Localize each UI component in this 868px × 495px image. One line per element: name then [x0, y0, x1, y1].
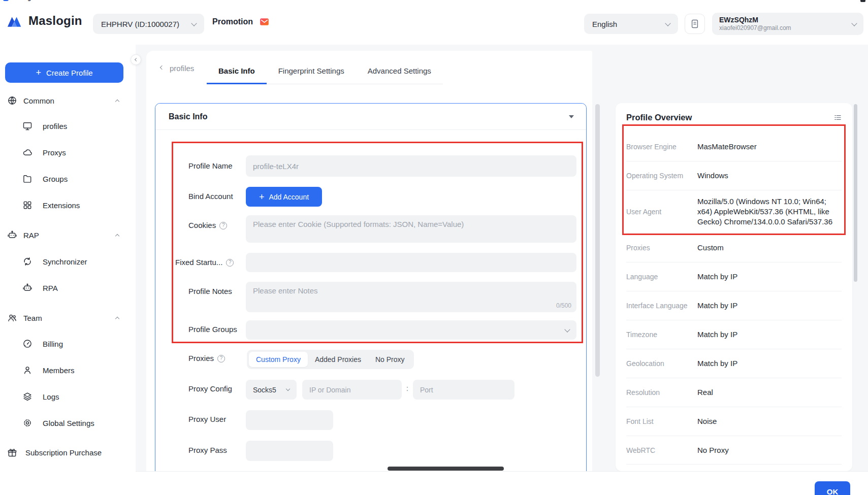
monitor-icon — [22, 121, 33, 131]
docs-button[interactable] — [685, 14, 705, 34]
overview-row: Geolocation Match by IP — [626, 349, 842, 378]
chevron-left-icon — [135, 58, 138, 61]
sidebar-section-rap[interactable]: RAP — [0, 228, 136, 242]
tab-basic-info[interactable]: Basic Info — [207, 59, 267, 84]
billing-icon — [22, 339, 33, 349]
cookies-label: Cookies ? — [188, 220, 227, 230]
collapse-sidebar-button[interactable] — [131, 54, 141, 65]
help-icon[interactable]: ? — [226, 259, 234, 267]
horizontal-scrollbar-thumb[interactable] — [388, 467, 504, 471]
sidebar-item-label: Global Settings — [43, 419, 94, 427]
overview-rows: Browser Engine MasMateBrowser Operating … — [616, 132, 852, 465]
proxy-ip-input[interactable] — [302, 380, 402, 400]
user-menu[interactable]: EWzSQhzM xiaofei020907@gmail.com — [712, 13, 863, 35]
notes-char-counter: 0/500 — [556, 302, 571, 309]
layers-icon — [22, 391, 33, 402]
footer-bar: OK — [136, 471, 868, 495]
chevron-up-icon — [115, 234, 119, 238]
profile-groups-select[interactable] — [246, 320, 576, 340]
proxies-label: Proxies ? — [188, 353, 225, 364]
add-account-button[interactable]: + Add Account — [246, 187, 322, 207]
overview-row: WebRTC No Proxy — [626, 436, 842, 465]
sidebar-item-logs[interactable]: Logs — [0, 390, 136, 403]
app-icon — [3, 0, 9, 1]
basic-info-card-header: Basic Info — [155, 104, 586, 130]
collapse-card-caret-icon[interactable] — [569, 115, 574, 118]
proxy-config-label: Proxy Config — [188, 384, 232, 394]
proxy-port-input[interactable] — [413, 380, 515, 400]
chevron-down-icon — [851, 20, 857, 26]
language-selector[interactable]: English — [584, 14, 678, 34]
chevron-down-icon — [665, 20, 670, 26]
promotion-label: Promotion — [212, 17, 253, 26]
cookies-textarea[interactable] — [246, 215, 576, 243]
help-icon[interactable]: ? — [217, 355, 225, 362]
add-account-label: Add Account — [269, 193, 309, 201]
user-name: EWzSQhzM — [719, 16, 852, 25]
help-icon[interactable]: ? — [219, 222, 227, 229]
sidebar-item-label: Logs — [43, 392, 59, 401]
sidebar-item-proxys[interactable]: Proxys — [0, 146, 136, 159]
tab-advanced-settings[interactable]: Advanced Settings — [356, 59, 443, 84]
sidebar-section-common[interactable]: Common — [0, 94, 136, 107]
window-control-fragment — [860, 0, 865, 2]
proxy-protocol-select[interactable]: Socks5 — [246, 380, 297, 400]
member-icon — [22, 365, 33, 375]
overview-header: Profile Overview — [616, 103, 852, 132]
user-email: xiaofei020907@gmail.com — [719, 24, 852, 32]
tab-bar: Basic Info Fingerprint Settings Advanced… — [207, 59, 443, 84]
chevron-down-icon — [191, 20, 197, 26]
sidebar-item-label: Proxys — [43, 148, 66, 157]
tab-fingerprint-settings[interactable]: Fingerprint Settings — [267, 59, 356, 84]
create-profile-button[interactable]: + Create Profile — [5, 62, 123, 83]
segment-option-custom-proxy[interactable]: Custom Proxy — [249, 352, 308, 367]
vertical-scrollbar-thumb[interactable] — [854, 104, 857, 282]
sidebar-item-label: Synchronizer — [43, 257, 87, 266]
overview-row: Interface Language Match by IP — [626, 291, 842, 320]
robot-icon — [22, 283, 33, 293]
ok-button[interactable]: OK — [815, 481, 850, 495]
back-to-profiles[interactable]: profiles — [160, 64, 194, 73]
sidebar-item-label: Members — [43, 366, 75, 375]
language-label: English — [592, 20, 617, 28]
sidebar-item-extensions[interactable]: Extensions — [0, 199, 136, 212]
basic-info-card: Basic Info Profile Name Bind Account + A… — [155, 103, 587, 471]
ip-port-separator: : — [406, 384, 408, 392]
workspace-label: EHPHRV (ID:1000027) — [101, 20, 179, 28]
cloud-icon — [22, 147, 33, 157]
sidebar-item-synchronizer[interactable]: Synchronizer — [0, 255, 136, 268]
sidebar-item-rpa[interactable]: RPA — [0, 281, 136, 294]
proxy-protocol-value: Socks5 — [253, 386, 276, 394]
sidebar-item-subscription-purchase[interactable]: Subscription Purchase — [0, 446, 136, 459]
fixed-startup-input[interactable] — [246, 253, 576, 272]
sidebar-item-members[interactable]: Members — [0, 364, 136, 377]
profile-overview-panel: Profile Overview Browser Engine MasMateB… — [616, 103, 852, 471]
sidebar-item-billing[interactable]: Billing — [0, 337, 136, 350]
robot-icon — [7, 230, 17, 240]
promotion-link[interactable]: Promotion — [212, 17, 270, 27]
main-content: profiles Basic Info Fingerprint Settings… — [146, 51, 592, 471]
sidebar-item-profiles[interactable]: profiles — [0, 119, 136, 133]
proxy-pass-input[interactable] — [246, 441, 333, 461]
topbar: Maslogin EHPHRV (ID:1000027) Promotion E… — [0, 0, 868, 45]
profile-name-input[interactable] — [246, 155, 576, 177]
profile-notes-textarea[interactable] — [246, 282, 576, 312]
vertical-scrollbar-thumb[interactable] — [595, 104, 600, 377]
sidebar-section-label: Common — [23, 96, 54, 105]
list-settings-icon[interactable] — [833, 113, 842, 122]
sidebar-item-global-settings[interactable]: Global Settings — [0, 416, 136, 430]
overview-row: Timezone Match by IP — [626, 320, 842, 349]
sidebar-item-groups[interactable]: Groups — [0, 172, 136, 185]
segment-option-no-proxy[interactable]: No Proxy — [368, 352, 412, 367]
proxy-user-label: Proxy User — [188, 414, 226, 424]
workspace-selector[interactable]: EHPHRV (ID:1000027) — [93, 14, 204, 34]
segment-option-added-proxies[interactable]: Added Proxies — [308, 352, 368, 367]
sidebar-item-label: Extensions — [43, 201, 80, 210]
sidebar-section-team[interactable]: Team — [0, 311, 136, 324]
chevron-left-icon — [160, 65, 164, 70]
brand-name: Maslogin — [28, 14, 82, 28]
chevron-up-icon — [115, 99, 119, 103]
proxy-user-input[interactable] — [246, 410, 333, 430]
sidebar-item-label: RPA — [43, 284, 58, 292]
folder-icon — [22, 174, 33, 184]
